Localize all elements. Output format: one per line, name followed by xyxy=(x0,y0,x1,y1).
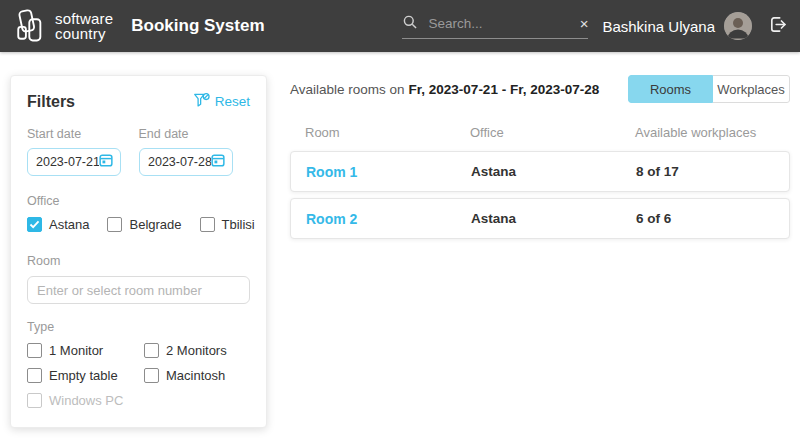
checkbox-box xyxy=(27,217,42,232)
available-rooms-subtitle: Available rooms onFr, 2023-07-21 - Fr, 2… xyxy=(290,82,599,97)
checkbox-label: Astana xyxy=(49,217,89,232)
start-date-field[interactable] xyxy=(27,148,121,176)
checkbox-label: 1 Monitor xyxy=(49,343,103,358)
checkbox-box xyxy=(144,368,159,383)
checkbox-label: Windows PC xyxy=(49,393,123,408)
checkbox-box xyxy=(107,217,122,232)
view-switcher: Rooms Workplaces xyxy=(628,75,790,103)
calendar-icon[interactable] xyxy=(211,153,225,171)
tab-workplaces[interactable]: Workplaces xyxy=(713,75,790,103)
subtitle-date-range: Fr, 2023-07-21 - Fr, 2023-07-28 xyxy=(409,82,600,97)
room-available-cell: 6 of 6 xyxy=(636,211,789,226)
filters-panel: Filters Reset Start date End date xyxy=(10,75,267,428)
checkbox-box xyxy=(27,368,42,383)
end-date-input[interactable] xyxy=(148,155,211,169)
end-date-label: End date xyxy=(139,127,251,141)
app-header: software country Booking System × Bashki… xyxy=(0,0,800,52)
checkbox-type-1-monitor[interactable]: 1 Monitor xyxy=(27,343,144,358)
company-logo-icon xyxy=(14,8,48,44)
room-link[interactable]: Room 2 xyxy=(306,211,357,227)
filter-reset-icon xyxy=(193,92,210,111)
reset-filters-button[interactable]: Reset xyxy=(193,92,250,111)
end-date-field[interactable] xyxy=(139,148,233,176)
room-office-cell: Astana xyxy=(471,164,636,179)
table-row: Room 1 Astana 8 of 17 xyxy=(290,151,790,192)
column-header-office: Office xyxy=(470,125,635,140)
checkbox-office-astana[interactable]: Astana xyxy=(27,217,89,232)
checkbox-type-macintosh[interactable]: Macintosh xyxy=(144,368,250,383)
search-clear-icon[interactable]: × xyxy=(580,16,589,31)
search-input[interactable] xyxy=(426,15,571,32)
user-avatar[interactable] xyxy=(724,12,752,40)
main-content: Available rooms onFr, 2023-07-21 - Fr, 2… xyxy=(290,75,790,428)
user-name: Bashkina Ulyana xyxy=(602,18,715,35)
office-section-label: Office xyxy=(27,194,250,208)
calendar-icon[interactable] xyxy=(99,153,113,171)
page-title: Booking System xyxy=(131,16,264,36)
room-available-cell: 8 of 17 xyxy=(636,164,789,179)
checkbox-box xyxy=(27,393,42,408)
type-options: 1 Monitor 2 Monitors Empty table Macinto… xyxy=(27,343,250,408)
checkbox-type-empty-table[interactable]: Empty table xyxy=(27,368,144,383)
checkbox-label: Macintosh xyxy=(166,368,225,383)
checkbox-type-2-monitors[interactable]: 2 Monitors xyxy=(144,343,250,358)
checkbox-label: Tbilisi xyxy=(222,217,255,232)
table-row: Room 2 Astana 6 of 6 xyxy=(290,198,790,239)
checkbox-box xyxy=(200,217,215,232)
checkbox-box xyxy=(27,343,42,358)
checkbox-label: 2 Monitors xyxy=(166,343,227,358)
tab-rooms[interactable]: Rooms xyxy=(628,75,713,103)
checkbox-label: Empty table xyxy=(49,368,118,383)
filters-title: Filters xyxy=(27,93,75,111)
search-icon xyxy=(402,14,418,34)
company-logo: software country xyxy=(14,8,113,44)
room-office-cell: Astana xyxy=(471,211,636,226)
checkbox-label: Belgrade xyxy=(129,217,181,232)
checkbox-type-windows-pc: Windows PC xyxy=(27,393,144,408)
company-logo-text: software country xyxy=(55,11,113,41)
checkbox-box xyxy=(144,343,159,358)
logout-icon xyxy=(767,14,788,39)
room-number-input[interactable] xyxy=(27,276,250,304)
start-date-input[interactable] xyxy=(36,155,99,169)
reset-label: Reset xyxy=(215,94,250,109)
office-options: Astana Belgrade Tbilisi xyxy=(27,217,250,232)
column-header-available-workplaces: Available workplaces xyxy=(635,125,790,140)
subtitle-prefix: Available rooms on xyxy=(290,82,405,97)
type-section-label: Type xyxy=(27,320,250,334)
checkbox-office-tbilisi[interactable]: Tbilisi xyxy=(200,217,255,232)
logout-button[interactable] xyxy=(767,14,788,39)
checkbox-office-belgrade[interactable]: Belgrade xyxy=(107,217,181,232)
table-header: Room Office Available workplaces xyxy=(290,125,790,140)
room-section-label: Room xyxy=(27,254,250,268)
start-date-label: Start date xyxy=(27,127,139,141)
room-link[interactable]: Room 1 xyxy=(306,164,357,180)
search-bar[interactable]: × xyxy=(402,14,588,39)
column-header-room: Room xyxy=(305,125,470,140)
